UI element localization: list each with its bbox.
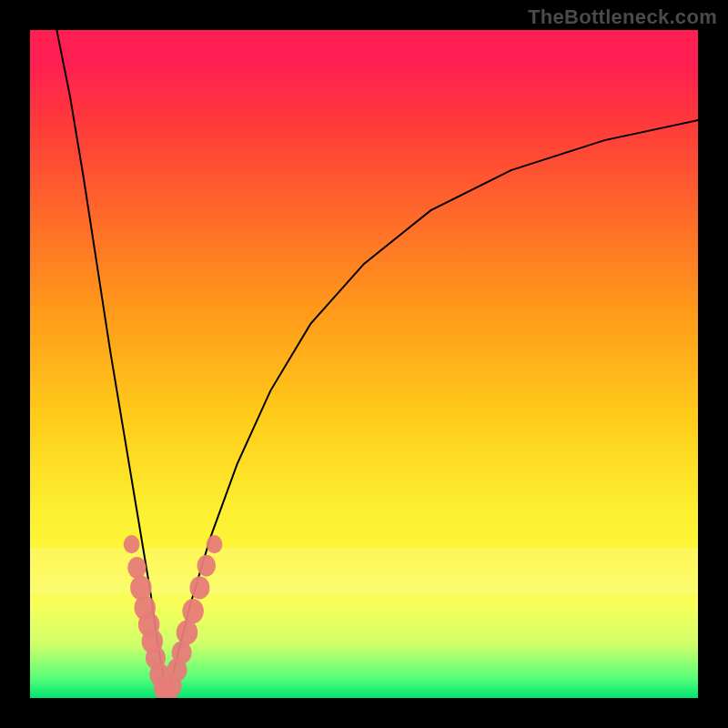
plot-area — [30, 30, 698, 698]
watermark-text: TheBottleneck.com — [528, 5, 717, 29]
chart-frame: TheBottleneck.com — [0, 0, 728, 728]
svg-point-1 — [127, 557, 147, 579]
marker-layer — [30, 30, 698, 698]
svg-point-14 — [182, 599, 203, 623]
svg-point-13 — [177, 621, 197, 645]
svg-point-0 — [124, 535, 140, 553]
svg-point-16 — [197, 555, 217, 577]
svg-point-15 — [189, 576, 209, 599]
svg-point-17 — [207, 535, 223, 553]
